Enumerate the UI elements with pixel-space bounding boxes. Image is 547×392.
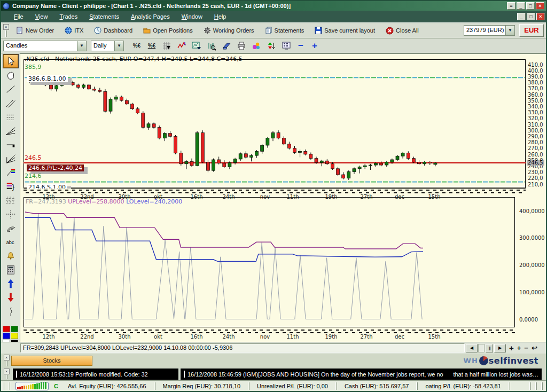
logo-pie-icon [479,356,488,365]
percent-format-icon[interactable]: %€ [145,40,158,52]
currency-button[interactable]: EUR [519,24,544,37]
compare-icon[interactable] [265,40,278,52]
data-window-icon[interactable] [205,40,218,52]
buy-arrow-tool[interactable] [3,277,18,290]
date-tick-label: 22nd [80,334,93,340]
open-positions-button[interactable]: Open Positions [142,24,194,37]
date-tick-label: 27th [361,334,373,340]
crosshair-tool[interactable] [3,207,18,221]
wave-tool[interactable] [3,304,18,318]
zoom-in-icon[interactable]: + [312,41,317,51]
shade-button[interactable]: ≡ [507,2,515,10]
chevron-down-icon[interactable]: ▼ [77,41,86,51]
palette-swatch-1[interactable] [11,326,18,332]
parallel-lines-tool[interactable] [3,96,18,109]
print-icon[interactable] [235,40,248,52]
new-order-button[interactable]: New Order [14,24,56,37]
brush-icon[interactable] [250,40,263,52]
menu-item-analytic-pages[interactable]: Analytic Pages [131,13,170,20]
close-all-button[interactable]: Close All [384,24,420,37]
account-field-3: Cash (EUR): 515.697,57 [345,383,409,389]
trendline-tool[interactable] [3,82,18,96]
pitchfork-tool[interactable] [3,166,18,179]
fan-lines-tool[interactable] [3,124,18,137]
grid-tool[interactable] [3,193,18,207]
bar-grip[interactable] [248,382,249,390]
scroll-right-button[interactable]: ▶ [494,344,506,352]
text-tool[interactable]: abc [3,235,18,248]
horizontal-line-tool[interactable] [3,138,18,151]
indicator-uplevel-value: UPLevel=258,8000 [68,198,124,205]
alert-tool[interactable] [3,249,18,262]
palette-swatch-0[interactable] [3,326,10,332]
bar-grip[interactable] [9,382,10,390]
toolbar-dock-handle[interactable]: × [3,24,9,37]
hand-tool[interactable] [3,68,18,82]
pan-icon[interactable]: + [509,344,514,352]
close-button[interactable]: × [536,2,544,10]
pointer-tool[interactable] [3,54,18,68]
palette-swatch-2[interactable] [3,333,10,339]
bar-grip[interactable] [154,382,155,390]
price-format-icon[interactable]: %€ [130,40,143,52]
zoom-out-icon[interactable]: − [298,41,303,51]
ticker-dock-handle[interactable]: × [3,369,10,379]
bar-grip[interactable] [3,382,4,390]
bar-grip[interactable] [509,382,510,390]
bar-grip[interactable] [529,382,531,390]
bar-grip[interactable] [541,382,543,390]
statements-button[interactable]: Statements [263,24,306,37]
grid-icon[interactable] [160,40,173,52]
indicators-icon[interactable]: 1 [175,40,188,52]
zoom-out-icon[interactable]: − [524,344,528,352]
bar-grip[interactable] [535,382,537,390]
chart-type-selector[interactable]: Candles ▼ [3,41,87,51]
zoom-in-icon[interactable]: + [517,344,521,352]
regression-tool[interactable] [3,110,18,123]
stocks-dock-handle[interactable]: × [3,355,10,366]
mdi-restore-button[interactable]: □ [527,13,535,20]
meter-bar [43,382,44,389]
palette-swatch-3[interactable] [11,333,18,339]
mdi-minimize-button[interactable]: _ [517,13,526,20]
save-layout-button[interactable]: Save current layout [313,24,377,37]
buy-position-label: 386,6,B,1,00 [27,75,68,82]
scroll-thumb[interactable]: ||| [486,344,493,352]
eraser-icon[interactable] [220,40,233,52]
restore-button[interactable]: □ [526,2,535,10]
menu-item-view[interactable]: View [35,13,48,20]
menu-item-trades[interactable]: Trades [59,13,77,20]
main-price-chart[interactable]: 385,9 386,6,B,1,00 246,5 246,6,P/L:-2,40… [24,59,526,189]
mdi-close-button[interactable]: × [536,13,545,20]
quote-board-icon[interactable] [280,40,293,52]
menu-item-statements[interactable]: Statements [89,13,119,20]
menu-item-window[interactable]: Window [182,13,202,20]
bar-grip[interactable] [416,382,418,390]
account-selector[interactable]: 237979 (EUR) ▼ [464,25,515,36]
account-field-value: 30.718,10 [214,383,240,389]
tab-stocks[interactable]: Stocks [11,356,92,366]
chevron-down-icon[interactable]: ▼ [505,26,514,35]
chart-settings-icon[interactable] [190,40,203,52]
speed-lines-tool[interactable] [3,152,18,165]
indicator-fr-value: FR=247,3193 [26,198,66,205]
calculator-tool[interactable] [3,263,18,276]
account-status-bar: C Avl. Equity (EUR): 426.555,66Margin Re… [1,380,546,391]
minimize-button[interactable]: _ [517,2,525,10]
itx-button[interactable]: ITX [63,24,85,37]
menu-item-file[interactable]: File [14,13,24,20]
arc-tool[interactable] [3,221,18,234]
chevron-down-icon[interactable]: ▼ [114,41,123,51]
period-value: Daily [91,41,114,51]
period-selector[interactable]: Daily ▼ [91,41,124,51]
scroll-left-button[interactable]: ◀ [466,344,478,352]
news-message-tail: that a half million lost jobs was… [453,371,538,378]
bar-grip[interactable] [335,382,337,390]
dashboard-button[interactable]: Dashboard [92,24,134,37]
fibonacci-tool[interactable]: } [3,179,18,193]
indicator-panel[interactable] [24,197,515,327]
working-orders-button[interactable]: Working Orders [202,24,256,37]
undo-icon[interactable]: ↩ [532,344,537,352]
sell-arrow-tool[interactable] [3,291,18,304]
menu-item-help[interactable]: Help [214,13,226,20]
